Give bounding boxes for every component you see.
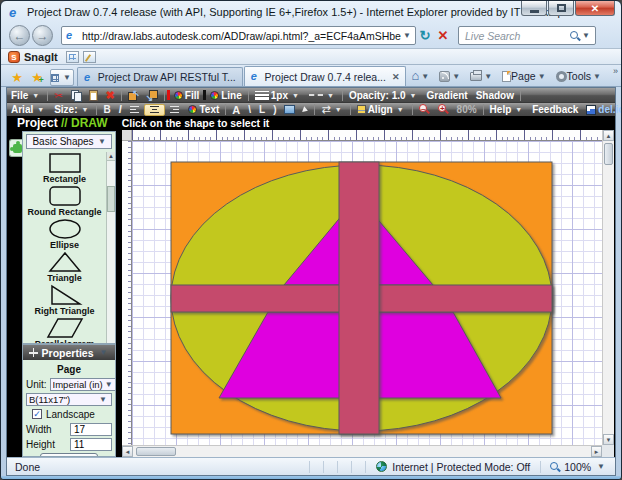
align-menu-button[interactable]: Align▼	[353, 103, 410, 116]
url-text[interactable]: http://draw.labs.autodesk.com/ADDraw/api…	[82, 30, 401, 42]
polyline-tool-button[interactable]: L	[255, 103, 269, 116]
snagit-capture-icon[interactable]	[66, 51, 79, 63]
file-menu-button[interactable]: File▼	[7, 88, 45, 102]
vertical-bar[interactable]	[339, 162, 379, 434]
move-icon[interactable]	[29, 348, 38, 357]
scroll-up-icon[interactable]: ▲	[603, 130, 614, 141]
image-tool-button[interactable]	[280, 103, 299, 116]
unit-select[interactable]: Imperial (in)▼	[50, 378, 116, 391]
fill-palette-icon	[174, 91, 183, 100]
send-to-back-button[interactable]	[143, 88, 162, 102]
snagit-label[interactable]: SnagIt	[24, 51, 58, 63]
palette-scroll-up-icon[interactable]: ▲	[107, 152, 115, 161]
properties-header[interactable]: Properties ▼	[23, 345, 115, 360]
fill-button[interactable]: Fill	[170, 88, 203, 102]
search-box[interactable]: Live Search ▼	[458, 26, 596, 45]
bold-button[interactable]: B	[99, 103, 114, 116]
more-commands-icon[interactable]: »	[613, 66, 618, 76]
navigation-bar: ← → e http://draw.labs.autodesk.com/ADDr…	[1, 23, 621, 48]
home-button[interactable]: ⌂▼	[407, 67, 435, 85]
scroll-right-icon[interactable]: ►	[591, 446, 602, 457]
canvas-horizontal-scrollbar[interactable]: ◄ ►	[122, 445, 602, 457]
italic-button[interactable]: I	[115, 103, 126, 116]
quick-tabs-button[interactable]: ▼	[50, 69, 74, 86]
shape-item-parallelogram[interactable]: Parallelogram	[23, 317, 106, 343]
shape-category-select[interactable]: Basic Shapes ▼	[26, 134, 112, 149]
font-family-button[interactable]: Arial▼	[7, 103, 50, 116]
forward-button[interactable]: →	[32, 25, 53, 46]
height-input[interactable]	[70, 438, 112, 451]
shadow-button[interactable]: Shadow	[472, 88, 518, 102]
delicious-button[interactable]: del.icio.us	[582, 103, 622, 116]
print-button[interactable]: ▼	[466, 67, 498, 85]
paper-size-select[interactable]: B(11x17")▼	[26, 393, 112, 406]
line-thickness-button[interactable]: 1px▼	[251, 88, 305, 102]
opacity-button[interactable]: Opacity: 1.0▼	[345, 88, 423, 102]
drawing-grid[interactable]	[132, 141, 602, 445]
paste-button[interactable]	[85, 88, 102, 102]
tools-menu-button[interactable]: Tools▼	[552, 67, 607, 85]
align-center-button[interactable]	[144, 104, 165, 116]
refresh-button[interactable]: ↻	[416, 28, 434, 43]
line-button[interactable]: Line	[206, 88, 246, 102]
arc-tool-button[interactable]: )	[269, 103, 280, 116]
address-dropdown-icon[interactable]: ▼	[401, 31, 413, 40]
security-zone[interactable]: Internet | Protected Mode: Off	[365, 461, 540, 473]
minimize-button[interactable]	[521, 1, 547, 16]
back-button[interactable]: ←	[9, 25, 30, 46]
zoom-dropdown-icon[interactable]: ▼	[595, 462, 607, 471]
line-style-button[interactable]: ▼	[305, 88, 340, 102]
landscape-checkbox[interactable]: ✓	[32, 409, 42, 419]
search-placeholder[interactable]: Live Search	[465, 30, 569, 42]
add-favorite-button[interactable]: ★	[27, 68, 47, 86]
search-dropdown-icon[interactable]: ▼	[580, 31, 592, 40]
scroll-down-icon[interactable]: ▼	[603, 434, 614, 445]
address-bar[interactable]: e http://draw.labs.autodesk.com/ADDraw/a…	[61, 26, 416, 45]
palette-scroll-thumb[interactable]	[107, 186, 115, 212]
zoom-in-button[interactable]: +	[434, 103, 453, 116]
gradient-button[interactable]: Gradient	[423, 88, 472, 102]
favorites-button[interactable]: ★	[7, 68, 27, 86]
shape-item-triangle[interactable]: Triangle	[23, 251, 106, 284]
shape-item-ellipse[interactable]: Ellipse	[23, 218, 106, 251]
close-button[interactable]: ✕	[575, 1, 615, 16]
help-menu-button[interactable]: Help▼	[486, 103, 529, 116]
shape-item-right-triangle[interactable]: Right Triangle	[23, 284, 106, 317]
toolbar-separator	[121, 90, 122, 101]
vertical-scroll-thumb[interactable]	[604, 143, 613, 165]
align-left-button[interactable]	[125, 103, 144, 116]
font-size-button[interactable]: Size:▼	[50, 103, 94, 116]
arrows-style-button[interactable]: ⇄▼	[317, 103, 347, 116]
shape-item-rectangle[interactable]: Rectangle	[23, 152, 106, 185]
bring-to-front-button[interactable]	[124, 88, 143, 102]
search-icon[interactable]	[569, 30, 580, 41]
palette-scrollbar[interactable]: ▲	[106, 152, 115, 343]
cut-button[interactable]: ✂	[50, 88, 66, 102]
snagit-edit-icon[interactable]	[83, 51, 96, 63]
width-input[interactable]	[70, 423, 112, 436]
copy-button[interactable]	[67, 88, 85, 102]
stop-button[interactable]: ✕	[434, 28, 452, 43]
tab-close-icon[interactable]: ✕	[392, 72, 400, 82]
feedback-button[interactable]: Feedback	[528, 103, 582, 116]
browser-zoom-control[interactable]: 100% ▼	[540, 461, 615, 473]
text-color-button[interactable]: Text	[184, 103, 223, 116]
shape-item-round-rectangle[interactable]: Round Rectangle	[23, 185, 106, 218]
delete-button[interactable]: ✖	[102, 88, 119, 102]
feeds-button[interactable]: ▼	[435, 67, 466, 85]
canvas-vertical-scrollbar[interactable]: ▲ ▼	[602, 130, 614, 445]
properties-dropdown-icon[interactable]: ▼	[98, 348, 110, 357]
select-tool-button[interactable]	[299, 103, 312, 116]
tab-project-draw-api[interactable]: e Project Draw API RESTful T...	[77, 67, 243, 86]
maximize-button[interactable]	[548, 1, 574, 16]
tab-project-draw-release[interactable]: e Project Draw 0.7.4 relea... ✕	[244, 66, 407, 86]
zoom-out-button[interactable]: –	[415, 103, 434, 116]
scroll-left-icon[interactable]: ◄	[122, 446, 133, 457]
page-menu-button[interactable]: Page▼	[498, 67, 551, 85]
text-tool-button[interactable]: A	[228, 103, 244, 116]
align-right-button[interactable]	[165, 103, 184, 116]
line-tool-button[interactable]: \	[244, 103, 255, 116]
page-menu-label: Page	[511, 70, 536, 82]
update-button[interactable]: Update	[40, 453, 98, 458]
horizontal-scroll-thumb[interactable]	[136, 447, 176, 456]
